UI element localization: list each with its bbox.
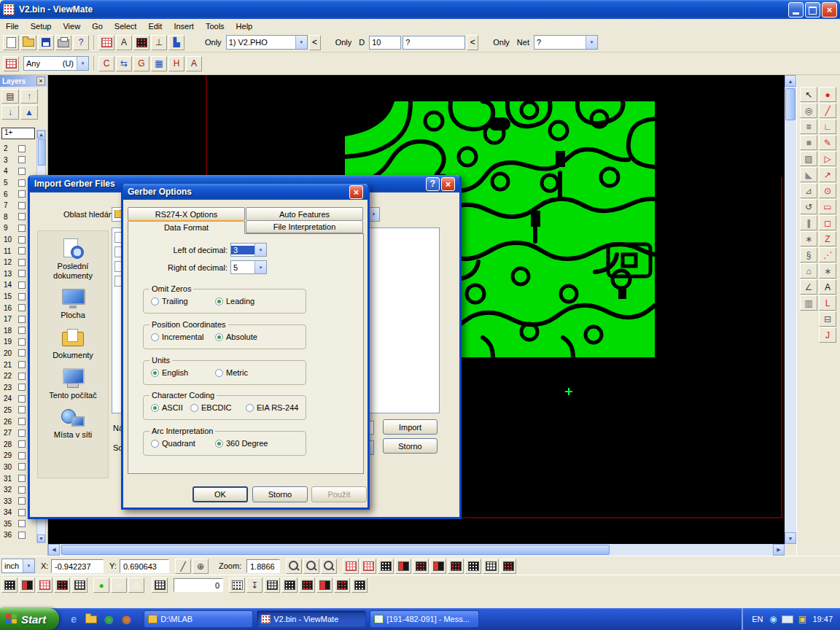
net-select-combo[interactable]: ? [534, 35, 598, 50]
layer-checkbox-21[interactable] [18, 361, 26, 368]
radio-leading[interactable]: Leading [215, 297, 254, 306]
layer-checkbox-25[interactable] [18, 406, 26, 413]
line-tool-icon[interactable]: ╱ [819, 103, 836, 118]
pattern-dark4-icon[interactable] [430, 559, 446, 574]
swap-tool-icon[interactable]: ⇆ [116, 56, 132, 71]
menu-tools[interactable]: Tools [200, 20, 230, 32]
pattern-dark3-icon[interactable] [413, 559, 429, 574]
layer-checkbox-30[interactable] [18, 463, 26, 470]
layer-checkbox-35[interactable] [18, 520, 26, 527]
scrollbar-thumb[interactable] [61, 545, 610, 555]
filled-mode-icon[interactable]: ■ [800, 135, 817, 150]
center-tool-icon[interactable]: C [98, 56, 114, 71]
layer-checkbox-33[interactable] [18, 497, 26, 505]
print-icon[interactable] [55, 35, 71, 50]
layer-checkbox-13[interactable] [18, 270, 26, 277]
cancel-button[interactable]: Storno [252, 486, 308, 502]
menu-select[interactable]: Select [109, 20, 143, 32]
menu-edit[interactable]: Edit [142, 20, 168, 32]
zoom-selection-icon[interactable] [321, 559, 337, 574]
help-button[interactable]: ? [426, 177, 440, 191]
layers-panel-header[interactable]: Layers × [0, 75, 47, 87]
dialog-titlebar[interactable]: Gerber Options [123, 184, 368, 200]
rotate-tool-icon[interactable]: ↺ [800, 199, 817, 214]
zoom-page-icon[interactable] [303, 559, 319, 574]
dots-tool-icon[interactable]: ⋰ [819, 247, 836, 262]
radio-ascii[interactable]: ASCII [151, 403, 190, 412]
layer-checkbox-6[interactable] [18, 190, 26, 198]
status-led-icon[interactable]: ● [93, 578, 109, 593]
layer-up-icon[interactable]: ↑ [20, 89, 38, 104]
aperture-filter-combo[interactable]: Any (U) [23, 56, 89, 71]
layer-checkbox-18[interactable] [18, 327, 26, 334]
explorer-folder-icon[interactable] [84, 611, 98, 627]
current-layer-box[interactable]: 1+ [1, 128, 35, 139]
anchor-icon[interactable]: ↧ [246, 578, 262, 593]
chevron-down-icon[interactable] [254, 261, 266, 273]
tray-keyboard-icon[interactable] [782, 612, 793, 626]
chevron-down-icon[interactable] [586, 36, 597, 49]
layer-checkbox-8[interactable] [18, 213, 26, 220]
layer-checkbox-31[interactable] [18, 475, 26, 482]
left-of-decimal-combo[interactable]: 3 [230, 243, 267, 257]
pattern-tool-icon[interactable]: ▥ [800, 295, 817, 311]
view-mode2-icon[interactable] [19, 578, 35, 593]
restore-button[interactable] [805, 2, 820, 18]
gear-icon[interactable]: ∗ [800, 231, 817, 246]
pattern-dark6-icon[interactable] [465, 559, 481, 574]
angle-measure-icon[interactable]: ∠ [800, 279, 817, 295]
chevron-down-icon[interactable] [77, 57, 88, 70]
layer-flag-icon[interactable] [3, 56, 19, 71]
grid-tool-icon[interactable]: ▦ [151, 56, 167, 71]
section-tool-icon[interactable]: § [800, 247, 817, 262]
goto-tool-icon[interactable]: G [133, 56, 149, 71]
grid-red2-icon[interactable] [360, 559, 376, 574]
vertical-scrollbar[interactable] [785, 75, 796, 544]
previous-dcode-button[interactable]: < [467, 35, 478, 50]
layer-checkbox-16[interactable] [18, 304, 26, 311]
place-documents[interactable]: Dokumenty [38, 327, 108, 360]
corner-tool-icon[interactable]: ◣ [800, 167, 817, 182]
layers-close-icon[interactable]: × [36, 77, 45, 85]
layer-checkbox-15[interactable] [18, 293, 26, 300]
text-tool-icon[interactable]: A [819, 279, 836, 295]
pattern-dark5-icon[interactable] [448, 559, 464, 574]
tray-network-icon[interactable]: ◉ [767, 612, 779, 626]
layer-checkbox-5[interactable] [18, 179, 26, 187]
circle-tool2-icon[interactable]: ○ [111, 578, 127, 593]
tab-auto-features[interactable]: Auto Features [246, 207, 363, 220]
ring-tool-icon[interactable]: ⊙ [128, 578, 144, 593]
radio-absolute[interactable]: Absolute [215, 332, 257, 341]
origin-target-icon[interactable]: ⊕ [192, 559, 209, 574]
new-file-icon[interactable] [3, 35, 19, 50]
radio-english[interactable]: English [151, 368, 215, 377]
task-mlab[interactable]: D:\MLAB [144, 610, 253, 628]
circle-tool-icon[interactable]: ⊙ [819, 183, 836, 198]
language-indicator[interactable]: EN [752, 615, 763, 623]
pattern-b6-icon[interactable] [351, 578, 368, 593]
layer-stack-icon[interactable]: ≡ [800, 119, 817, 134]
layer-row-2[interactable]: 2 [0, 143, 36, 155]
layer-checkbox-11[interactable] [18, 247, 26, 254]
view-mode5-icon[interactable] [71, 578, 88, 593]
layer-checkbox-2[interactable] [18, 145, 26, 152]
asterisk-tool-icon[interactable]: ∗ [819, 263, 836, 279]
place-network[interactable]: Místa v síti [38, 406, 108, 440]
snap-grid-icon[interactable] [152, 578, 168, 593]
layer-checkbox-9[interactable] [18, 225, 26, 232]
select-tool-icon[interactable]: ↖ [800, 87, 817, 102]
browser-app-icon[interactable]: ◉ [119, 611, 133, 627]
layer-checkbox-12[interactable] [18, 259, 26, 266]
square-tool-icon[interactable]: ◻ [819, 215, 836, 230]
task-messenger[interactable]: [191-482-091] - Mess... [370, 610, 479, 628]
apertures-tool-icon[interactable]: A [186, 56, 202, 71]
aperture-info-icon[interactable]: A [116, 35, 132, 50]
layer-checkbox-34[interactable] [18, 509, 26, 516]
chevron-down-icon[interactable] [23, 559, 34, 572]
chevron-down-icon[interactable] [254, 244, 266, 256]
menu-insert[interactable]: Insert [168, 20, 200, 32]
j-tool-icon[interactable]: J [819, 327, 836, 343]
zigzag-tool-icon[interactable]: Z [819, 231, 836, 246]
layer-checkbox-3[interactable] [18, 156, 26, 163]
layer-checkbox-28[interactable] [18, 440, 26, 448]
